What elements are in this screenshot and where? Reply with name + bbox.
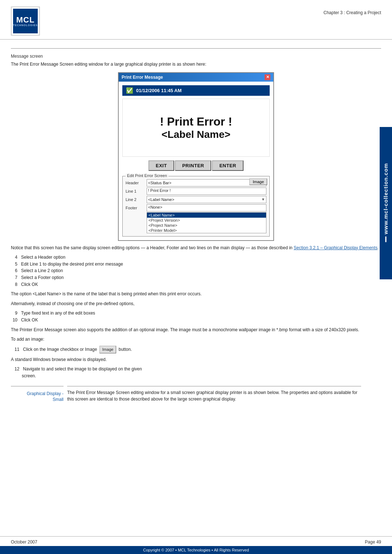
step-4-num: 4 — [11, 254, 17, 261]
step-8-text: Click OK — [21, 281, 38, 288]
dropdown-item-0[interactable]: <Label Name> — [147, 213, 266, 218]
print-error-line2: <Label Name> — [162, 129, 230, 140]
printer-button[interactable]: PRINTER — [175, 160, 212, 171]
dropdown-item-2[interactable]: <Project Name> — [147, 223, 266, 228]
printer-error-note: The Printer Error Message screen also su… — [11, 327, 381, 333]
windows-browse-note: A standard Windows browse window is disp… — [11, 356, 381, 363]
intro-text: The Print Error Message Screen editing w… — [11, 61, 381, 68]
step-6-text: Select a Line 2 option — [21, 267, 63, 274]
main-col-lower: The Print Error Message Screen editing w… — [67, 386, 381, 406]
header-value: <Status Bar> — [148, 181, 171, 185]
footer-dropdown: <Label Name> <Project Version> <Project … — [147, 212, 266, 233]
header-right: Chapter 3 : Creating a Project — [40, 7, 381, 15]
step-10-num: 10 — [11, 317, 17, 324]
win-close-button[interactable]: ✕ — [265, 74, 270, 80]
dropdown-item-3[interactable]: <Printer Model> — [147, 228, 266, 233]
footer-top-row: October 2007 Page 49 — [0, 537, 392, 546]
alternatively-text: Alternatively, instead of choosing one o… — [11, 300, 381, 307]
step-6: 6 Select a Line 2 option — [11, 267, 381, 274]
line2-label: Line 2 — [126, 197, 147, 202]
footer-label: Footer — [126, 206, 147, 210]
lower-body-text: The Print Error Message Screen editing w… — [67, 389, 361, 403]
step-5-text: Edit Line 1 to display the desired print… — [21, 261, 123, 268]
footer-page: Page 49 — [365, 539, 381, 545]
step-6-num: 6 — [11, 267, 17, 274]
status-bar-text: 01/12/2006 11:45 AM — [136, 88, 181, 93]
line2-row: Line 2 <Label Name> ▼ — [126, 196, 266, 203]
line1-input[interactable]: ! Print Error ! — [147, 188, 266, 195]
print-error-content: ! Print Error ! <Label Name> — [122, 99, 270, 157]
logo-tech: TECHNOLOGIES — [13, 24, 38, 26]
step-11: 11 Click on the Image checkbox or Image … — [11, 346, 381, 353]
line2-select[interactable]: <Label Name> ▼ — [147, 196, 266, 203]
logo-mcl: MCL — [16, 16, 35, 24]
logo-box: MCL TECHNOLOGIES — [11, 7, 40, 36]
inline-image-button[interactable]: Image — [99, 346, 117, 353]
steps-list-2: 9 Type fixed text in any of the edit box… — [11, 310, 381, 323]
step-7-num: 7 — [11, 274, 17, 281]
header-select[interactable]: <Status Bar> ▼ — [147, 179, 266, 186]
top-content: Message screen The Print Error Message S… — [0, 40, 392, 379]
to-add-image: To add an image: — [11, 336, 381, 343]
header-label: Header — [126, 181, 147, 185]
steps-list: 4 Select a Header option 5 Edit Line 1 t… — [11, 254, 381, 288]
edit-legend: Edit Print Error Screen — [126, 173, 168, 178]
lower-section: Graphical Display - Small The Print Erro… — [0, 382, 392, 435]
status-bar-row: ✅ 01/12/2006 11:45 AM — [122, 85, 270, 96]
line1-value: ! Print Error ! — [148, 188, 171, 193]
step-8: 8 Click OK — [11, 281, 381, 288]
chapter-label: Chapter 3 : Creating a Project — [323, 10, 381, 15]
line2-value: <Label Name> — [148, 197, 174, 202]
sidebar-label-line1: Graphical Display - — [27, 391, 64, 396]
step-8-num: 8 — [11, 281, 17, 288]
print-error-window: Print Error Message ✕ ✅ 01/12/2006 11:45… — [118, 72, 274, 241]
win-title: Print Error Message — [122, 75, 163, 80]
step-12: 12 Navigate to and select the image to b… — [11, 366, 381, 379]
step-7: 7 Select a Footer option — [11, 274, 381, 281]
page-footer: October 2007 Page 49 Copyright © 2007 • … — [0, 536, 392, 554]
watermark-text: ❙ www.mcl-collection.com — [383, 163, 389, 243]
page-header: MCL TECHNOLOGIES Chapter 3 : Creating a … — [0, 0, 392, 40]
left-sidebar: Graphical Display - Small — [11, 386, 67, 406]
message-screen-title: Message screen — [11, 54, 381, 59]
footer-copyright: Copyright © 2007 • MCL Technologies • Al… — [0, 546, 392, 554]
step-7-text: Select a Footer option — [21, 274, 64, 281]
header-row: Header <Status Bar> ▼ — [126, 179, 266, 186]
win-titlebar: Print Error Message ✕ — [119, 73, 273, 82]
win-body: ✅ 01/12/2006 11:45 AM ! Print Error ! <L… — [119, 82, 273, 240]
main-rule — [67, 386, 361, 386]
step-9-text: Type fixed text in any of the edit boxes — [21, 310, 95, 317]
sidebar-rule — [11, 386, 64, 386]
step-9-num: 9 — [11, 310, 17, 317]
top-rule — [11, 48, 381, 49]
step-10: 10 Click OK — [11, 317, 381, 324]
line1-label: Line 1 — [126, 189, 147, 193]
sidebar-label: Graphical Display - Small — [11, 389, 64, 403]
print-error-line1: ! Print Error ! — [160, 115, 232, 128]
step-5-num: 5 — [11, 261, 17, 268]
status-check-icon: ✅ — [126, 87, 133, 94]
footer-input[interactable]: <None> — [147, 204, 266, 212]
logo: MCL TECHNOLOGIES — [13, 9, 38, 33]
step-5: 5 Edit Line 1 to display the desired pri… — [11, 261, 381, 268]
step-4: 4 Select a Header option — [11, 254, 381, 261]
window-container: Print Error Message ✕ ✅ 01/12/2006 11:45… — [11, 72, 381, 241]
footer-row: Footer <None> — [126, 204, 266, 212]
dropdown-item-1[interactable]: <Project Version> — [147, 218, 266, 223]
image-button[interactable]: Image — [249, 178, 267, 185]
step-10-text: Click OK — [21, 317, 38, 324]
side-watermark: ❙ www.mcl-collection.com — [380, 127, 392, 279]
step-9: 9 Type fixed text in any of the edit box… — [11, 310, 381, 317]
line2-select-arrow: ▼ — [261, 197, 265, 201]
step-4-text: Select a Header option — [21, 254, 65, 261]
label-name-note: The option <Label Name> is the name of t… — [11, 291, 381, 297]
line1-row: Line 1 ! Print Error ! — [126, 188, 266, 195]
notice-text: Notice that this screen has the same dis… — [11, 245, 381, 251]
edit-print-error-section: Edit Print Error Screen Image Header <St… — [122, 176, 270, 237]
enter-button[interactable]: ENTER — [212, 160, 244, 171]
footer-date: October 2007 — [11, 539, 37, 545]
exit-button[interactable]: EXIT — [148, 160, 174, 171]
btn-row: EXIT PRINTER ENTER — [122, 160, 270, 171]
sidebar-label-line2: Small — [53, 397, 64, 402]
section-ref-link[interactable]: Section 3.2.1 – Graphical Display Elemen… — [294, 245, 377, 250]
